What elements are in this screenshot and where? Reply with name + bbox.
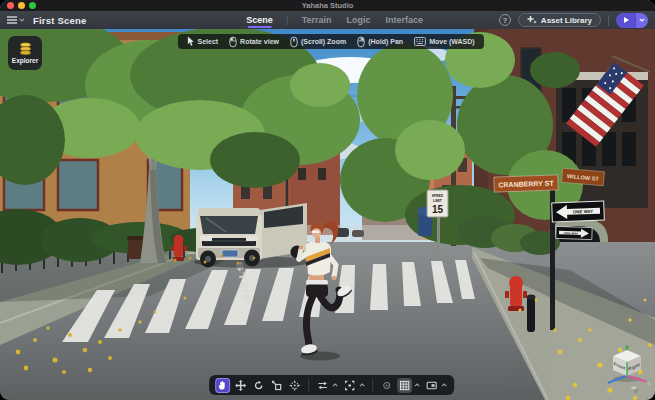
one-way-sign-main: ONE WAY: [552, 201, 605, 222]
tab-scene[interactable]: Scene: [245, 11, 274, 29]
play-icon: [624, 17, 629, 23]
explorer-label: Explorer: [12, 57, 38, 64]
one-way-sign-small: ONE WAY: [556, 226, 592, 239]
viewport-hint-toolbar: Select Rotate view (Scroll) Zoom (Hold) …: [177, 34, 483, 49]
hint-zoom: (Scroll) Zoom: [290, 36, 346, 48]
hint-move-wasd: Move (WASD): [414, 37, 475, 46]
play-split-button: [616, 13, 648, 28]
display-icon: [426, 380, 437, 391]
mouse-right-icon: [357, 36, 365, 48]
pivot-tool-button[interactable]: [287, 378, 302, 393]
rotate-icon: [253, 380, 264, 391]
tab-logic[interactable]: Logic: [346, 11, 372, 29]
app-header: First Scene Scene Terrain Logic Interfac…: [0, 11, 655, 29]
circle-dot-icon: [381, 380, 392, 391]
grid-toggle-button[interactable]: [397, 378, 412, 393]
asset-library-label: Asset Library: [541, 16, 592, 25]
play-options-button[interactable]: [635, 13, 648, 28]
move-icon: [235, 380, 246, 391]
main-menu-button[interactable]: [7, 16, 25, 24]
snap-dropdown-chevron[interactable]: [332, 383, 338, 387]
display-dropdown-chevron[interactable]: [441, 383, 447, 387]
hint-select: Select: [186, 36, 218, 47]
gizmo-cube-icon[interactable]: [629, 381, 639, 399]
focus-settings-button[interactable]: [342, 378, 357, 393]
header-divider: [608, 15, 609, 26]
hand-tool-button[interactable]: [215, 378, 230, 393]
chevron-down-icon: [639, 18, 645, 22]
move-tool-button[interactable]: [233, 378, 248, 393]
hint-pan: (Hold) Pan: [357, 36, 403, 48]
transform-toolbar: [209, 375, 454, 395]
macos-titlebar: Yahaha Studio: [0, 0, 655, 11]
toolbar-divider: [308, 379, 309, 391]
tab-divider: [287, 16, 288, 25]
license-plate: [222, 250, 238, 257]
yahaha-studio-window: STOP: [0, 0, 655, 400]
gizmo-x-axis-label: x: [648, 381, 651, 386]
window-title: Yahaha Studio: [0, 0, 655, 11]
focus-frame-icon: [344, 380, 355, 391]
focus-dropdown-chevron[interactable]: [359, 383, 365, 387]
scene-viewport-canvas[interactable]: STOP: [0, 0, 655, 400]
scene-name-label: First Scene: [33, 15, 86, 26]
rotate-tool-button[interactable]: [251, 378, 266, 393]
keyboard-icon: [414, 37, 426, 46]
hand-icon: [217, 380, 228, 391]
parked-van: [194, 203, 310, 268]
svg-text:SPEED: SPEED: [432, 194, 444, 198]
scale-icon: [271, 380, 282, 391]
add-sparkle-icon: [527, 15, 537, 25]
mode-tabs: Scene Terrain Logic Interface: [245, 11, 424, 29]
hamburger-icon: [7, 16, 17, 24]
mouse-left-icon: [229, 36, 237, 48]
play-button[interactable]: [616, 13, 635, 28]
grid-icon: [399, 380, 410, 391]
asset-library-button[interactable]: Asset Library: [518, 13, 601, 27]
pivot-target-icon: [289, 380, 300, 391]
svg-text:ONE WAY: ONE WAY: [564, 231, 579, 236]
scale-tool-button[interactable]: [269, 378, 284, 393]
svg-text:LIMIT: LIMIT: [433, 199, 443, 203]
grid-dropdown-chevron[interactable]: [414, 383, 420, 387]
chevron-down-icon: [19, 18, 25, 22]
hint-rotate-view: Rotate view: [229, 36, 279, 48]
snap-icon: [317, 380, 328, 391]
svg-text:ONE WAY: ONE WAY: [573, 209, 594, 215]
bollard: [527, 295, 536, 333]
snap-settings-button[interactable]: [315, 378, 330, 393]
svg-text:15: 15: [432, 204, 444, 215]
layers-stack-icon: [18, 42, 33, 56]
mouse-scroll-icon: [290, 36, 298, 48]
toolbar-divider: [372, 379, 373, 391]
explorer-panel-button[interactable]: Explorer: [8, 36, 42, 70]
tab-terrain[interactable]: Terrain: [301, 11, 333, 29]
orientation-gizmo[interactable]: Front Right x: [603, 342, 651, 392]
help-button[interactable]: ?: [499, 14, 511, 26]
render-mode-button[interactable]: [379, 378, 394, 393]
tab-interface[interactable]: Interface: [385, 11, 425, 29]
cursor-icon: [186, 36, 194, 47]
viewport-display-button[interactable]: [424, 378, 439, 393]
